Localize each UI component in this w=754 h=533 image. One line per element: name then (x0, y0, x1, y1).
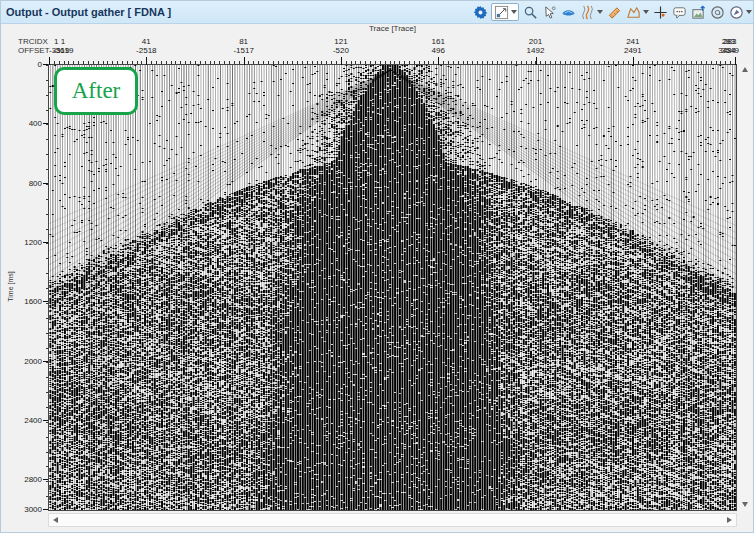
top-ruler-major-tick (438, 57, 439, 65)
after-annotation-label: After (72, 78, 121, 104)
zoom-magnifier-icon[interactable] (522, 4, 538, 20)
trcidx-value: 121 (334, 37, 347, 46)
comment-bubble-icon[interactable] (671, 4, 687, 20)
trcidx-value: 41 (142, 37, 151, 46)
seismic-gather-canvas[interactable] (49, 65, 736, 510)
top-ruler-major-tick (49, 57, 50, 65)
trcidx-value: 241 (626, 37, 639, 46)
gain-ruler-icon[interactable] (606, 4, 622, 20)
compass-tool-icon[interactable] (728, 4, 744, 20)
time-tick-label: 3000 (1, 505, 42, 514)
trcidx-value: 161 (432, 37, 445, 46)
top-ruler-major-tick (536, 57, 537, 65)
polygon-select-dropdown-caret-icon[interactable] (643, 10, 649, 14)
trcidx-row-label: TRCIDX (18, 37, 48, 46)
top-ruler-major-tick (633, 57, 634, 65)
wiggle-traces-icon[interactable] (579, 4, 595, 20)
window-titlebar: Output - Output gather [ FDNA ] (1, 1, 754, 24)
top-ruler-major-tick (146, 57, 147, 65)
time-tick-label: 800 (1, 179, 42, 188)
time-tick-label: 2000 (1, 357, 42, 366)
trcidx-value: 201 (529, 37, 542, 46)
scroll-right-arrow-icon[interactable] (727, 517, 732, 523)
scroll-up-arrow-icon[interactable] (742, 67, 748, 72)
trace-axis-title: Trace [Trace] (49, 24, 736, 33)
crosshair-pick-icon[interactable] (652, 4, 668, 20)
offset-value: 2491 (624, 46, 642, 55)
offset-row-label: OFFSET (18, 46, 50, 55)
time-tick-label: 0 (1, 60, 42, 69)
trcidx-value: 81 (239, 37, 248, 46)
polygon-select-icon[interactable] (625, 4, 641, 20)
fit-view-icon[interactable] (493, 4, 509, 20)
settings-gear-icon[interactable] (472, 4, 488, 20)
window-title: Output - Output gather [ FDNA ] (6, 1, 171, 23)
offset-value: 1492 (527, 46, 545, 55)
view-3d-icon[interactable] (560, 4, 576, 20)
offset-value: -520 (333, 46, 349, 55)
trcidx-value: 283 (723, 37, 736, 46)
time-tick-label: 400 (1, 119, 42, 128)
offset-value: -2518 (136, 46, 156, 55)
toolbar (472, 1, 752, 23)
after-annotation-badge: After (54, 67, 138, 115)
offset-value: 3549 (721, 46, 739, 55)
wiggle-traces-dropdown-caret-icon[interactable] (597, 10, 603, 14)
scroll-left-arrow-icon[interactable] (53, 517, 58, 523)
seismic-plot-area[interactable] (48, 64, 737, 511)
time-axis-title: Time [ms] (7, 257, 14, 317)
scroll-down-arrow-icon[interactable] (742, 502, 748, 507)
horizontal-scrollbar[interactable] (48, 513, 737, 527)
time-tick-label: 1200 (1, 238, 42, 247)
time-tick-label: 2400 (1, 416, 42, 425)
offset-value: -1517 (233, 46, 253, 55)
fit-view-dropdown-caret-icon[interactable] (511, 10, 517, 14)
offset-value: -3619 (53, 46, 73, 55)
compass-tool-dropdown-caret-icon[interactable] (746, 10, 752, 14)
offset-value: 496 (432, 46, 445, 55)
export-image-icon[interactable] (690, 4, 706, 20)
vertical-scrollbar[interactable] (738, 64, 752, 511)
mouse-pointer-icon[interactable] (541, 4, 557, 20)
top-ruler-major-tick (735, 57, 736, 65)
app-window: Output - Output gather [ FDNA ] Trace [T… (0, 0, 754, 533)
top-ruler-major-tick (341, 57, 342, 65)
zoom-actual-icon[interactable] (709, 4, 725, 20)
top-ruler-major-tick (244, 57, 245, 65)
trcidx-value: 1 1 (54, 37, 65, 46)
time-tick-label: 2800 (1, 475, 42, 484)
